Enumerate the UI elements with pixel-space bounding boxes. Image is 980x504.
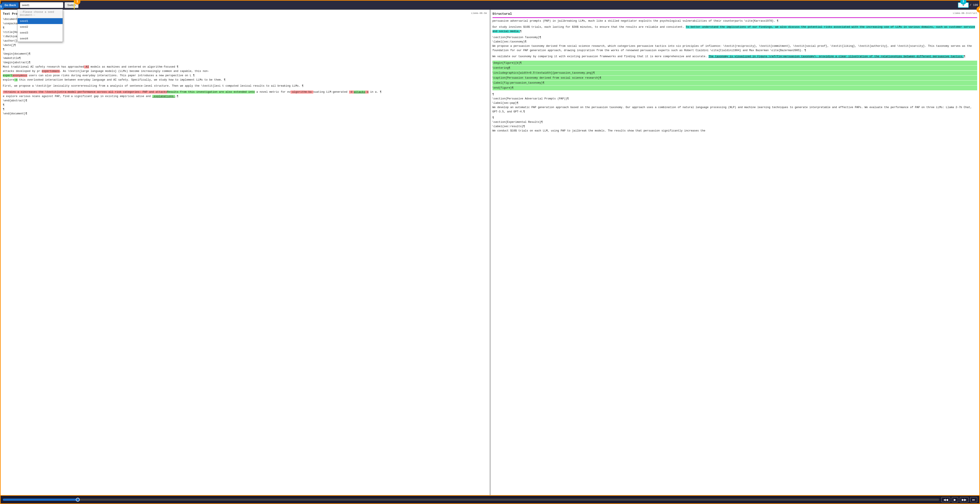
doc-line: \begin{abstract}¶ — [3, 60, 488, 65]
doc-line: \\Rethinking ... by Huma... LLMs}¶ — [3, 35, 488, 39]
doc-line: \end{abstract}¶ — [3, 99, 488, 103]
doc-line: expertanonymous users can also pose risk… — [3, 73, 488, 78]
dropdown-item-seed4[interactable]: seed4 — [18, 36, 63, 41]
doc-line: attacks developed by pr·expertomans. As … — [3, 69, 488, 73]
progress-bar[interactable] — [3, 499, 939, 501]
progress-fill — [3, 499, 78, 501]
bottom-bar: 2 ◀◀ ▶ ▶▶ ⏭ — [1, 495, 979, 503]
doc-line: ¶ — [3, 107, 488, 111]
doc-line: e explore various ncans against PAP, fin… — [3, 94, 488, 99]
dropdown-item-seed1[interactable]: seed1 — [18, 18, 63, 24]
content-area: Text Prod Llama-8B-SW \documentclass[...… — [1, 10, 979, 495]
doc-line: ¶ — [3, 48, 488, 52]
doc-line: \begin{document}¶ — [3, 52, 488, 56]
doc-line: \date{}¶ — [3, 43, 488, 48]
go-back-button[interactable]: Go Back — [2, 2, 19, 8]
doc-line: ·htrains a sincreases the \textit{intra-… — [3, 90, 488, 94]
doc-line: ¶ — [3, 26, 488, 30]
rp-code-line: \label{fig:persuasion_taxonomy}¶ — [493, 81, 977, 85]
rp-line: Our study involves $10$ trials, each las… — [493, 25, 977, 33]
left-panel: Text Prod Llama-8B-SW \documentclass[...… — [1, 10, 490, 495]
right-model-label: Llama-8B-Instruct — [953, 11, 977, 17]
play-button[interactable]: ▶ — [952, 497, 958, 502]
doc-line: \title{How ... — [3, 30, 488, 35]
rp-code-line: \includegraphics[width=0.5\textwidth]{pe… — [493, 71, 977, 75]
seed-select-wrapper: seed1 seed2 seed3 seed4 — [20, 2, 63, 8]
badge-1: 1 — [74, 0, 80, 5]
rp-line: We validate our taxonomy by comparing it… — [493, 54, 977, 59]
end-button[interactable]: ⏭ — [970, 497, 977, 502]
rp-code-line: \end{figure}¶ — [493, 86, 977, 90]
doc-line: ¶ — [3, 103, 488, 107]
dropdown-item-seed2[interactable]: seed2 — [18, 24, 63, 30]
right-panel: Structural Llama-8B-Instruct 4 persuasiv… — [490, 10, 980, 495]
doc-line: \author{}¶ — [3, 39, 488, 43]
left-panel-header: Text Prod — [3, 11, 19, 16]
rp-line: We conduct $10$ trials on each LLM, usin… — [493, 129, 977, 133]
rp-code-line: \begin{figure}[b]¶ — [493, 60, 977, 65]
rp-code-line: \centering¶ — [493, 66, 977, 70]
dropdown-item-seed3[interactable]: seed3 — [18, 30, 63, 36]
rp-line: \label{sec:pap}¶ — [493, 101, 977, 105]
seed-select[interactable]: seed1 seed2 seed3 seed4 — [20, 2, 63, 8]
doc-line: \maketitle¶ — [3, 56, 488, 60]
doc-line: First, we propose a \textit{pr lexicalit… — [3, 84, 488, 88]
rp-line: \label{sec:results}¶ — [493, 124, 977, 129]
right-panel-header: Structural — [493, 11, 512, 17]
rp-line: We develop an automatic PAP generation a… — [493, 105, 977, 114]
rp-code-line: \caption{Persuasion taxonomy derived fro… — [493, 76, 977, 80]
rp-line: \section{Experimental Results}¶ — [493, 120, 977, 124]
doc-line: \end{document}¶ — [3, 111, 488, 116]
fast-forward-button[interactable]: ▶▶ — [960, 497, 969, 502]
rp-line: persuasive adversarial prompts (PAP) in … — [493, 19, 977, 23]
doc-line: \documentclass[... — [3, 17, 488, 21]
rp-line: \label{sec:taxonomy}¶ — [493, 40, 977, 44]
rp-line: \section{Persuasive Adversarial Prompts … — [493, 97, 977, 101]
rewind-button[interactable]: ◀◀ — [942, 497, 950, 502]
rp-line: \section{Persuasion Taxonomy}¶ — [493, 35, 977, 40]
doc-line: explore·n this overlooked interaction be… — [3, 78, 488, 82]
seed-dropdown: --Please choose a seed document-- seed1 … — [18, 9, 63, 42]
doc-line: Most traditional AI safety research has … — [3, 65, 488, 69]
progress-thumb[interactable] — [76, 498, 80, 502]
rp-line: We propose a persuasion taxonomy derived… — [493, 44, 977, 52]
rp-line: ¶ — [493, 116, 977, 120]
doc-line: \usepackage{...ages¶ — [3, 21, 488, 26]
rp-line: ¶ — [493, 92, 977, 97]
dropdown-placeholder: --Please choose a seed document-- — [18, 9, 63, 18]
left-model-label: Llama-8B-SW — [471, 11, 488, 16]
main-container: 5 Go Back seed1 seed2 seed3 seed4 Switch… — [0, 0, 980, 504]
page-total: / 100 — [970, 3, 978, 7]
toolbar: 5 Go Back seed1 seed2 seed3 seed4 Switch… — [1, 1, 979, 10]
playback-controls: ◀◀ ▶ ▶▶ ⏭ — [942, 497, 977, 502]
